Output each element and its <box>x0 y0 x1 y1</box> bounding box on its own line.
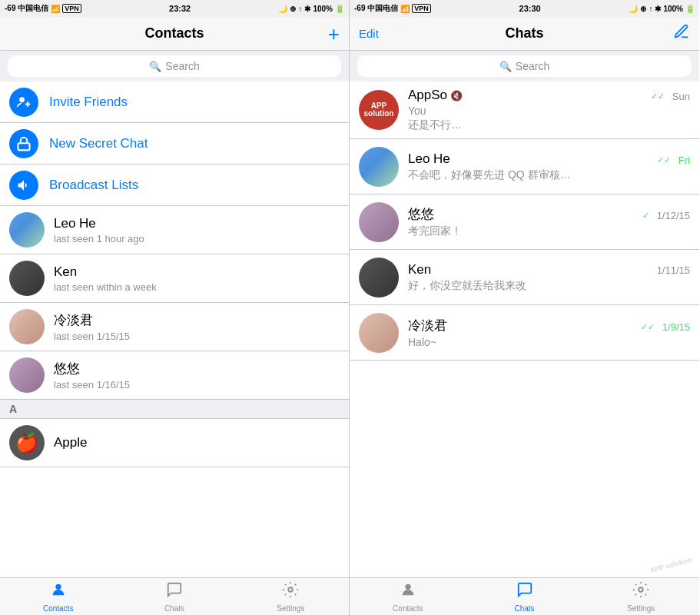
nav-right-left[interactable]: + <box>328 24 340 44</box>
double-check-lengdan: ✓✓ <box>641 322 655 332</box>
contact-sub-leohe: last seen 1 hour ago <box>54 233 340 244</box>
tab-bar-right: Contacts Chats Settings <box>350 577 699 615</box>
contact-info-apple: Apple <box>54 435 340 450</box>
new-secret-chat-item[interactable]: New Secret Chat <box>0 123 349 165</box>
chat-preview-youyou: 考完回家！ <box>408 224 690 238</box>
chat-preview-appso-2: 还是不行… <box>408 118 690 132</box>
chat-avatar-youyou <box>359 202 399 242</box>
search-placeholder-right: Search <box>516 60 549 72</box>
contact-name-youyou: 悠悠 <box>54 360 340 377</box>
bluetooth-icon: ✱ <box>304 5 310 13</box>
broadcast-lists-label: Broadcast Lists <box>49 178 138 193</box>
edit-button[interactable]: Edit <box>359 27 379 40</box>
tab-settings-left[interactable]: Settings <box>233 578 349 615</box>
chat-info-youyou: 悠悠 ✓ 1/12/15 考完回家！ <box>408 205 690 238</box>
contact-row-ken[interactable]: Ken last seen within a week <box>0 254 349 303</box>
add-contact-button[interactable]: + <box>328 24 340 44</box>
search-bar-right[interactable]: 🔍 Search <box>357 55 692 77</box>
chat-info-appso: AppSo 🔇 ✓✓ Sun You 还是不行… <box>408 88 690 132</box>
avatar-youyou <box>9 357 45 393</box>
battery-icon: 🔋 <box>335 5 344 13</box>
chat-preview-appso-1: You <box>408 105 690 117</box>
status-bar-left: -69 中国电信 📶 VPN 23:32 🌙 ⊕ ↑ ✱ 100% 🔋 <box>0 0 349 17</box>
chat-info-ken: Ken 1/11/15 好，你没空就丢给我来改 <box>408 262 690 293</box>
chats-tab-icon-right <box>516 581 533 603</box>
chat-preview-lengdan: Halo~ <box>408 336 690 348</box>
moon-icon: 🌙 <box>278 5 287 13</box>
tab-contacts-left[interactable]: Contacts <box>0 578 116 615</box>
wifi-icon-right: 📶 <box>400 5 410 13</box>
chat-time-appso: Sun <box>672 91 690 102</box>
contact-row-youyou[interactable]: 悠悠 last seen 1/16/15 <box>0 351 349 400</box>
status-left-left: -69 中国电信 📶 VPN <box>5 3 81 14</box>
location-icon-right: ⊕ <box>640 5 646 13</box>
compose-button[interactable] <box>673 23 690 44</box>
chat-name-appso: AppSo <box>408 88 447 103</box>
contact-row-lengdan[interactable]: 冷淡君 last seen 1/15/15 <box>0 303 349 351</box>
search-icon-right: 🔍 <box>499 61 512 72</box>
bluetooth-icon-right: ✱ <box>655 5 661 13</box>
chat-avatar-leohe <box>359 147 399 187</box>
contact-info-leohe: Leo He last seen 1 hour ago <box>54 216 340 244</box>
location-icon: ⊕ <box>290 5 296 13</box>
page-title-chats: Chats <box>505 25 543 42</box>
svg-rect-3 <box>18 143 30 150</box>
tab-bar-left: Contacts Chats Settings <box>0 577 349 615</box>
chat-info-lengdan: 冷淡君 ✓✓ 1/9/15 Halo~ <box>408 317 690 348</box>
status-right-left: 🌙 ⊕ ↑ ✱ 100% 🔋 <box>278 5 344 13</box>
chat-preview-leohe: 不会吧，好像要先进 QQ 群审核… <box>408 168 690 182</box>
chat-avatar-lengdan <box>359 313 399 353</box>
chat-row-leohe[interactable]: Leo He ✓✓ Fri 不会吧，好像要先进 QQ 群审核… <box>350 139 699 194</box>
moon-icon-right: 🌙 <box>629 5 638 13</box>
battery-text: 100% <box>313 5 333 13</box>
nav-left-right[interactable]: Edit <box>359 27 379 40</box>
chat-row-appso[interactable]: APPsolution AppSo 🔇 ✓✓ Sun You 还是不行… <box>350 81 699 139</box>
invite-friends-item[interactable]: Invite Friends <box>0 81 349 123</box>
tab-label-settings-right: Settings <box>627 604 655 613</box>
tab-chats-right[interactable]: Chats <box>466 578 583 615</box>
chats-tab-icon-left <box>166 581 183 603</box>
double-check-youyou: ✓ <box>642 211 649 221</box>
contacts-tab-icon-left <box>50 581 67 603</box>
svg-point-6 <box>405 583 410 589</box>
search-bar-right-wrap: 🔍 Search <box>350 51 699 81</box>
tab-label-settings-left: Settings <box>277 604 304 613</box>
contact-row-leohe[interactable]: Leo He last seen 1 hour ago <box>0 206 349 254</box>
contacts-panel: -69 中国电信 📶 VPN 23:32 🌙 ⊕ ↑ ✱ 100% 🔋 Cont… <box>0 0 350 615</box>
contact-sub-lengdan: last seen 1/15/15 <box>54 331 340 342</box>
clock-left: 23:32 <box>169 4 191 13</box>
nav-bar-right: Edit Chats <box>350 17 699 51</box>
status-bar-right: -69 中国电信 📶 VPN 23:30 🌙 ⊕ ↑ ✱ 100% 🔋 <box>350 0 699 17</box>
tab-label-contacts-left: Contacts <box>43 604 73 613</box>
contact-name-ken: Ken <box>54 264 340 280</box>
chat-row-youyou[interactable]: 悠悠 ✓ 1/12/15 考完回家！ <box>350 194 699 250</box>
watermark: APP solution <box>649 556 693 574</box>
search-placeholder-left: Search <box>165 60 199 72</box>
chat-name-leohe: Leo He <box>408 151 450 167</box>
avatar-ken <box>9 261 45 296</box>
status-right-right: 🌙 ⊕ ↑ ✱ 100% 🔋 <box>629 5 695 13</box>
contact-info-youyou: 悠悠 last seen 1/16/15 <box>54 360 340 391</box>
nav-bar-left: Contacts + <box>0 17 349 51</box>
chat-time-leohe: Fri <box>678 155 690 166</box>
tab-settings-right[interactable]: Settings <box>582 578 699 615</box>
avatar-lengdan <box>9 309 45 344</box>
avatar-apple: 🍎 <box>9 425 45 460</box>
chats-scroll: APPsolution AppSo 🔇 ✓✓ Sun You 还是不行… <box>350 81 699 577</box>
tab-label-chats-left: Chats <box>164 604 184 613</box>
chat-time-youyou: 1/12/15 <box>657 210 690 221</box>
nav-right-right[interactable] <box>673 23 690 44</box>
tab-chats-left[interactable]: Chats <box>116 578 232 615</box>
chat-avatar-appso: APPsolution <box>359 90 399 130</box>
chat-name-lengdan: 冷淡君 <box>408 317 447 334</box>
chat-row-lengdan[interactable]: 冷淡君 ✓✓ 1/9/15 Halo~ <box>350 305 699 361</box>
chat-row-ken[interactable]: Ken 1/11/15 好，你没空就丢给我来改 <box>350 250 699 305</box>
search-bar-left[interactable]: 🔍 Search <box>8 55 341 77</box>
broadcast-lists-item[interactable]: Broadcast Lists <box>0 165 349 206</box>
contact-row-apple[interactable]: 🍎 Apple <box>0 419 349 467</box>
vpn-badge: VPN <box>62 4 81 13</box>
page-title-contacts: Contacts <box>144 25 204 42</box>
chat-top-youyou: 悠悠 ✓ 1/12/15 <box>408 205 690 223</box>
tab-contacts-right[interactable]: Contacts <box>350 578 466 615</box>
secret-chat-icon <box>9 129 38 158</box>
